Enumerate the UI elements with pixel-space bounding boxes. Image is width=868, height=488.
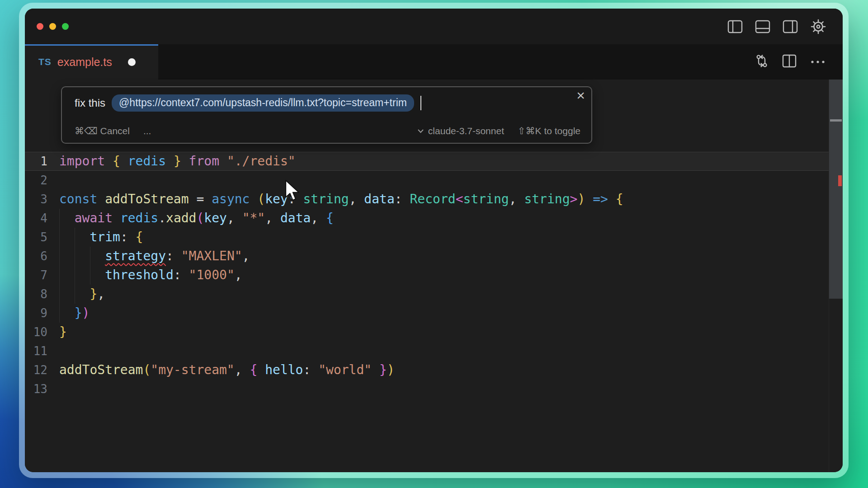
line-number: 13 <box>25 380 47 399</box>
unsaved-changes-dot[interactable] <box>128 58 136 66</box>
context-link-pill[interactable]: @https://context7.com/upstash-redis/llm.… <box>112 94 414 112</box>
chevron-down-icon <box>417 129 424 133</box>
settings-gear-icon[interactable] <box>810 19 826 35</box>
code-token: , <box>235 362 250 377</box>
code-token: await <box>75 211 120 225</box>
code-token: string <box>524 192 570 206</box>
text-caret <box>420 96 421 110</box>
scrollbar-thumb[interactable] <box>829 80 843 299</box>
toggle-secondary-sidebar-icon[interactable] <box>783 20 798 33</box>
code-token: "./redis" <box>227 154 296 169</box>
code-line[interactable]: 9 }) <box>25 304 829 323</box>
cancel-label: Cancel <box>100 126 130 136</box>
code-token: trim <box>90 230 120 244</box>
line-number: 11 <box>25 342 47 361</box>
desktop: { "tab": { "badge": "TS", "name": "examp… <box>0 0 868 488</box>
code-token: import <box>59 154 113 169</box>
model-name: claude-3.7-sonnet <box>428 126 504 136</box>
code-line[interactable]: 1import { redis } from "./redis" <box>25 152 829 171</box>
close-window-button[interactable] <box>37 23 43 30</box>
inline-ai-prompt[interactable]: fix this @https://context7.com/upstash-r… <box>61 86 592 144</box>
code-token: async <box>212 192 257 206</box>
minimize-window-button[interactable] <box>49 23 56 30</box>
code-token: , <box>349 192 364 206</box>
code-text: await redis.xadd(key, "*", data, { <box>59 209 334 228</box>
tab-example-ts[interactable]: TS example.ts <box>25 44 158 80</box>
code-token: redis <box>120 211 158 225</box>
code-token: } <box>75 305 82 320</box>
code-text: }) <box>59 304 90 323</box>
code-token: > <box>570 192 578 206</box>
code-token: { <box>250 362 265 377</box>
line-number: 1 <box>25 152 47 171</box>
cancel-shortcut: ⌘⌫ <box>75 126 98 136</box>
close-prompt-icon[interactable]: × <box>576 88 585 103</box>
code-line[interactable]: 3const addToStream = async (key: string,… <box>25 190 829 209</box>
prompt-more-button[interactable]: ... <box>143 126 151 136</box>
code-text: const addToStream = async (key: string, … <box>59 190 623 209</box>
code-token: : <box>166 249 181 263</box>
code-line[interactable]: 11 <box>25 342 829 361</box>
code-token: . <box>158 211 166 225</box>
cancel-button[interactable]: ⌘⌫ Cancel <box>75 126 130 136</box>
indent-guide <box>75 228 75 304</box>
code-token: ( <box>196 211 204 225</box>
code-token: "MAXLEN" <box>181 249 242 263</box>
code-token: , <box>311 211 326 225</box>
code-line[interactable]: 7 threshold: "1000", <box>25 266 829 285</box>
code-line[interactable]: 5 trim: { <box>25 228 829 247</box>
code-token: < <box>456 192 463 206</box>
indent-guide <box>90 247 90 285</box>
code-line[interactable]: 4 await redis.xadd(key, "*", data, { <box>25 209 829 228</box>
code-token: ) <box>387 362 395 377</box>
code-token: => <box>585 192 615 206</box>
toggle-primary-sidebar-icon[interactable] <box>727 20 743 33</box>
prompt-input[interactable]: fix this @https://context7.com/upstash-r… <box>75 94 580 112</box>
overview-ruler-cursor-mark <box>830 119 842 122</box>
model-selector[interactable]: claude-3.7-sonnet <box>417 126 504 136</box>
code-token: string <box>463 192 509 206</box>
code-token: hello <box>265 362 303 377</box>
code-token: "*" <box>242 211 265 225</box>
traffic-lights <box>37 23 69 30</box>
code-token: : <box>395 192 410 206</box>
toggle-hint: ⇧⌘K to toggle <box>518 126 580 136</box>
code-line[interactable]: 10} <box>25 323 829 342</box>
code-token: , <box>265 211 280 225</box>
scrollbar[interactable] <box>829 80 843 472</box>
code-editor[interactable]: fix this @https://context7.com/upstash-r… <box>25 80 843 472</box>
toggle-panel-icon[interactable] <box>755 20 770 33</box>
code-token: strategy <box>105 249 166 263</box>
code-line[interactable]: 13 <box>25 380 829 399</box>
code-token: threshold <box>105 267 174 282</box>
code-line[interactable]: 2 <box>25 171 829 190</box>
code-text: threshold: "1000", <box>59 266 242 285</box>
code-text: addToStream("my-stream", { hello: "world… <box>59 361 395 380</box>
code-token <box>59 249 105 263</box>
zoom-window-button[interactable] <box>62 23 69 30</box>
compare-changes-icon[interactable] <box>755 54 769 70</box>
window-frame: TS example.ts <box>19 3 849 478</box>
more-actions-icon[interactable] <box>810 58 826 66</box>
code-token: ( <box>143 362 151 377</box>
code-token: : <box>303 362 318 377</box>
prompt-toolbar: ⌘⌫ Cancel ... claude-3.7-sonnet ⇧⌘K to t… <box>75 126 580 136</box>
code-token: = <box>189 192 212 206</box>
code-token: : <box>120 230 136 244</box>
active-tab-accent <box>25 44 158 46</box>
line-number: 5 <box>25 228 47 247</box>
line-number: 7 <box>25 266 47 285</box>
code-line[interactable]: 6 strategy: "MAXLEN", <box>25 247 829 266</box>
code-text: strategy: "MAXLEN", <box>59 247 250 266</box>
code-line[interactable]: 8 }, <box>25 285 829 304</box>
line-number: 6 <box>25 247 47 266</box>
code-text: } <box>59 323 67 342</box>
code-token: key <box>204 211 227 225</box>
code-line[interactable]: 12addToStream("my-stream", { hello: "wor… <box>25 361 829 380</box>
split-editor-icon[interactable] <box>782 54 797 70</box>
line-number: 8 <box>25 285 47 304</box>
prompt-text: fix this <box>75 97 105 109</box>
line-number: 3 <box>25 190 47 209</box>
typescript-file-icon: TS <box>38 56 52 67</box>
code-token: ( <box>257 192 265 206</box>
